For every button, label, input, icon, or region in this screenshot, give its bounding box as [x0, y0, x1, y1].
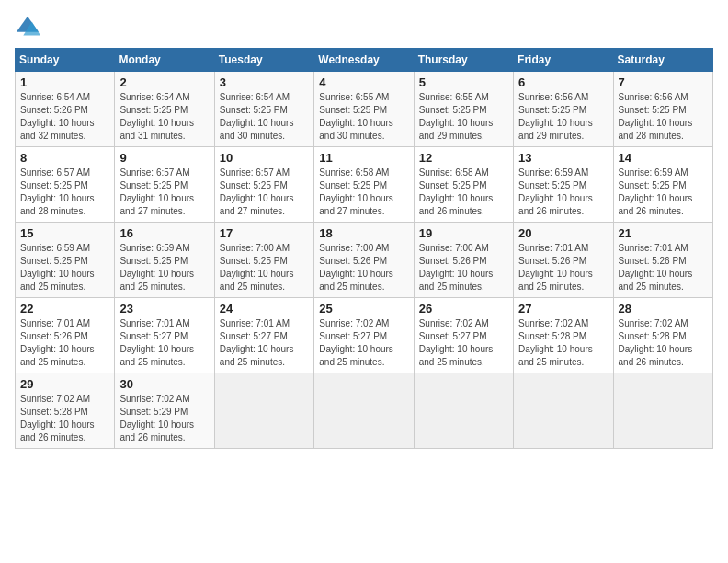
day-number: 13 [518, 151, 608, 165]
day-number: 7 [619, 75, 708, 89]
calendar-cell: 10Sunrise: 6:57 AMSunset: 5:25 PMDayligh… [214, 147, 313, 223]
day-number: 21 [619, 226, 708, 240]
day-number: 28 [619, 302, 708, 316]
day-number: 6 [518, 75, 608, 89]
day-info: Sunrise: 6:55 AMSunset: 5:25 PMDaylight:… [319, 91, 408, 143]
day-number: 15 [20, 226, 109, 240]
day-info: Sunrise: 7:02 AMSunset: 5:27 PMDaylight:… [319, 317, 408, 369]
header-thursday: Thursday [414, 49, 513, 72]
calendar-cell: 28Sunrise: 7:02 AMSunset: 5:28 PMDayligh… [613, 298, 712, 373]
calendar-cell: 4Sunrise: 6:55 AMSunset: 5:25 PMDaylight… [314, 72, 414, 147]
calendar-cell [214, 373, 313, 449]
day-info: Sunrise: 7:02 AMSunset: 5:28 PMDaylight:… [20, 393, 109, 444]
logo [15, 15, 44, 40]
calendar-cell: 2Sunrise: 6:54 AMSunset: 5:25 PMDaylight… [115, 72, 214, 147]
day-number: 11 [319, 151, 408, 165]
calendar-cell [414, 373, 513, 449]
day-number: 26 [419, 302, 508, 316]
day-number: 25 [319, 302, 408, 316]
day-info: Sunrise: 6:58 AMSunset: 5:25 PMDaylight:… [419, 167, 508, 218]
day-info: Sunrise: 7:01 AMSunset: 5:27 PMDaylight:… [119, 317, 209, 369]
calendar-cell: 5Sunrise: 6:55 AMSunset: 5:25 PMDaylight… [414, 72, 513, 147]
calendar-cell: 30Sunrise: 7:02 AMSunset: 5:29 PMDayligh… [115, 373, 214, 449]
day-info: Sunrise: 6:57 AMSunset: 5:25 PMDaylight:… [220, 167, 309, 218]
day-info: Sunrise: 7:02 AMSunset: 5:28 PMDaylight:… [619, 317, 708, 369]
day-info: Sunrise: 6:59 AMSunset: 5:25 PMDaylight:… [619, 167, 708, 218]
header [15, 15, 713, 40]
day-info: Sunrise: 6:56 AMSunset: 5:25 PMDaylight:… [518, 91, 608, 143]
calendar-cell: 23Sunrise: 7:01 AMSunset: 5:27 PMDayligh… [115, 298, 214, 373]
calendar-cell: 14Sunrise: 6:59 AMSunset: 5:25 PMDayligh… [613, 147, 712, 223]
day-info: Sunrise: 7:00 AMSunset: 5:25 PMDaylight:… [220, 242, 309, 293]
day-info: Sunrise: 7:01 AMSunset: 5:27 PMDaylight:… [220, 317, 309, 369]
day-number: 3 [220, 75, 309, 89]
header-row: SundayMondayTuesdayWednesdayThursdayFrid… [16, 49, 713, 72]
calendar-cell: 11Sunrise: 6:58 AMSunset: 5:25 PMDayligh… [314, 147, 414, 223]
day-number: 19 [419, 226, 508, 240]
day-info: Sunrise: 6:59 AMSunset: 5:25 PMDaylight:… [119, 242, 209, 293]
calendar-cell: 7Sunrise: 6:56 AMSunset: 5:25 PMDaylight… [613, 72, 712, 147]
calendar-cell: 8Sunrise: 6:57 AMSunset: 5:25 PMDaylight… [16, 147, 115, 223]
day-number: 29 [20, 377, 109, 391]
logo-icon [15, 15, 40, 40]
day-info: Sunrise: 7:02 AMSunset: 5:28 PMDaylight:… [518, 317, 608, 369]
calendar-cell: 6Sunrise: 6:56 AMSunset: 5:25 PMDaylight… [514, 72, 613, 147]
calendar-cell: 9Sunrise: 6:57 AMSunset: 5:25 PMDaylight… [115, 147, 214, 223]
day-number: 10 [220, 151, 309, 165]
day-info: Sunrise: 6:54 AMSunset: 5:25 PMDaylight:… [220, 91, 309, 143]
day-number: 8 [20, 151, 109, 165]
header-sunday: Sunday [16, 49, 115, 72]
day-number: 16 [119, 226, 209, 240]
day-number: 9 [119, 151, 209, 165]
day-info: Sunrise: 7:01 AMSunset: 5:26 PMDaylight:… [518, 242, 608, 293]
day-info: Sunrise: 7:00 AMSunset: 5:26 PMDaylight:… [319, 242, 408, 293]
calendar-cell [314, 373, 414, 449]
day-info: Sunrise: 6:54 AMSunset: 5:26 PMDaylight:… [20, 91, 109, 143]
calendar-cell: 16Sunrise: 6:59 AMSunset: 5:25 PMDayligh… [115, 223, 214, 298]
calendar-cell: 27Sunrise: 7:02 AMSunset: 5:28 PMDayligh… [514, 298, 613, 373]
day-number: 4 [319, 75, 408, 89]
day-number: 5 [419, 75, 508, 89]
calendar-cell: 18Sunrise: 7:00 AMSunset: 5:26 PMDayligh… [314, 223, 414, 298]
calendar-cell [613, 373, 712, 449]
day-info: Sunrise: 6:57 AMSunset: 5:25 PMDaylight:… [20, 167, 109, 218]
day-number: 18 [319, 226, 408, 240]
day-info: Sunrise: 6:59 AMSunset: 5:25 PMDaylight:… [20, 242, 109, 293]
calendar-cell: 3Sunrise: 6:54 AMSunset: 5:25 PMDaylight… [214, 72, 313, 147]
header-friday: Friday [514, 49, 613, 72]
calendar-cell: 25Sunrise: 7:02 AMSunset: 5:27 PMDayligh… [314, 298, 414, 373]
day-info: Sunrise: 7:01 AMSunset: 5:26 PMDaylight:… [619, 242, 708, 293]
calendar-cell: 22Sunrise: 7:01 AMSunset: 5:26 PMDayligh… [16, 298, 115, 373]
day-number: 1 [20, 75, 109, 89]
calendar-cell: 21Sunrise: 7:01 AMSunset: 5:26 PMDayligh… [613, 223, 712, 298]
day-info: Sunrise: 6:56 AMSunset: 5:25 PMDaylight:… [619, 91, 708, 143]
week-row-5: 29Sunrise: 7:02 AMSunset: 5:28 PMDayligh… [16, 373, 713, 449]
calendar-cell: 24Sunrise: 7:01 AMSunset: 5:27 PMDayligh… [214, 298, 313, 373]
calendar-cell: 20Sunrise: 7:01 AMSunset: 5:26 PMDayligh… [514, 223, 613, 298]
day-info: Sunrise: 6:58 AMSunset: 5:25 PMDaylight:… [319, 167, 408, 218]
calendar-cell: 15Sunrise: 6:59 AMSunset: 5:25 PMDayligh… [16, 223, 115, 298]
day-number: 12 [419, 151, 508, 165]
calendar-cell: 13Sunrise: 6:59 AMSunset: 5:25 PMDayligh… [514, 147, 613, 223]
day-number: 30 [119, 377, 209, 391]
calendar-cell: 17Sunrise: 7:00 AMSunset: 5:25 PMDayligh… [214, 223, 313, 298]
header-wednesday: Wednesday [314, 49, 414, 72]
calendar-cell: 1Sunrise: 6:54 AMSunset: 5:26 PMDaylight… [16, 72, 115, 147]
day-number: 17 [220, 226, 309, 240]
day-number: 20 [518, 226, 608, 240]
calendar-table: SundayMondayTuesdayWednesdayThursdayFrid… [15, 48, 713, 449]
week-row-1: 1Sunrise: 6:54 AMSunset: 5:26 PMDaylight… [16, 72, 713, 147]
calendar-cell: 26Sunrise: 7:02 AMSunset: 5:27 PMDayligh… [414, 298, 513, 373]
header-tuesday: Tuesday [214, 49, 313, 72]
calendar-cell: 12Sunrise: 6:58 AMSunset: 5:25 PMDayligh… [414, 147, 513, 223]
header-monday: Monday [115, 49, 214, 72]
day-info: Sunrise: 7:02 AMSunset: 5:27 PMDaylight:… [419, 317, 508, 369]
day-info: Sunrise: 7:01 AMSunset: 5:26 PMDaylight:… [20, 317, 109, 369]
day-info: Sunrise: 6:59 AMSunset: 5:25 PMDaylight:… [518, 167, 608, 218]
day-info: Sunrise: 6:55 AMSunset: 5:25 PMDaylight:… [419, 91, 508, 143]
day-number: 27 [518, 302, 608, 316]
day-info: Sunrise: 6:54 AMSunset: 5:25 PMDaylight:… [119, 91, 209, 143]
day-number: 22 [20, 302, 109, 316]
day-number: 23 [119, 302, 209, 316]
day-number: 2 [119, 75, 209, 89]
